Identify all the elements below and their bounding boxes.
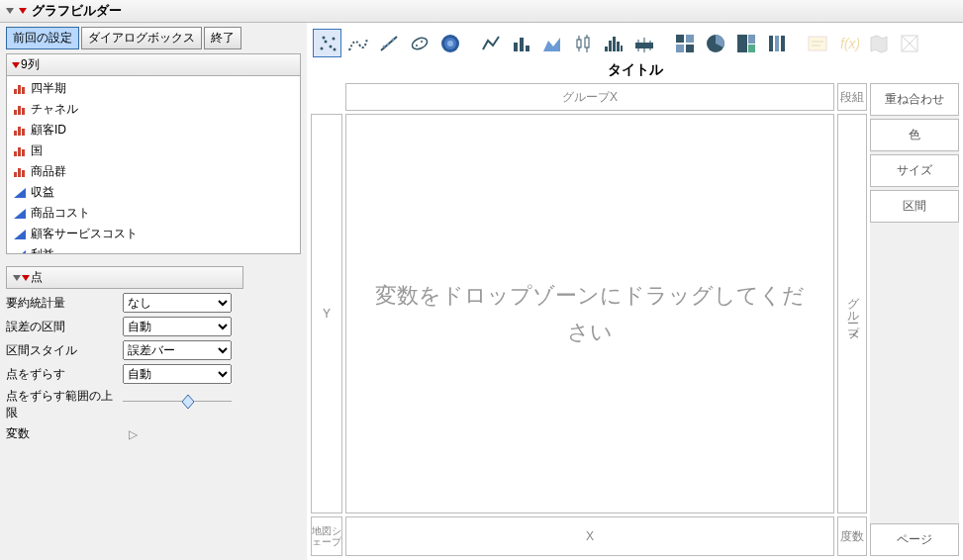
svg-rect-7 [18, 106, 21, 115]
recall-button[interactable]: 前回の設定 [6, 27, 79, 49]
dropzone-groupy[interactable]: グループY [837, 114, 867, 513]
dropdown-icon[interactable] [21, 273, 31, 283]
column-item[interactable]: 商品コスト [7, 203, 300, 224]
svg-rect-62 [686, 35, 694, 43]
svg-rect-68 [748, 45, 755, 52]
dropzone-x[interactable]: X [345, 516, 834, 556]
area-icon[interactable] [537, 29, 566, 57]
contour-icon[interactable] [435, 29, 464, 57]
histogram-icon[interactable] [599, 29, 627, 57]
interval-style-select[interactable]: 誤差バー [123, 340, 232, 360]
jitter-select[interactable]: 自動 [123, 364, 232, 384]
expand-icon[interactable]: ▷ [129, 427, 241, 441]
svg-rect-14 [22, 149, 25, 156]
svg-rect-43 [520, 38, 524, 51]
column-item[interactable]: 国 [7, 140, 300, 161]
mosaic-icon[interactable] [670, 29, 699, 57]
columns-list[interactable]: 四半期チャネル顧客ID国商品群収益商品コスト顧客サービスコスト利益 [6, 76, 301, 254]
column-item[interactable]: 商品群 [7, 161, 300, 182]
props-header[interactable]: 点 [6, 266, 243, 289]
svg-rect-17 [22, 170, 25, 177]
ellipse-icon[interactable] [405, 29, 433, 57]
color-button[interactable]: 色 [870, 119, 959, 151]
heatmap-icon[interactable] [629, 29, 658, 57]
svg-marker-18 [14, 188, 26, 198]
column-item[interactable]: 収益 [7, 182, 300, 203]
columns-header-label: 9列 [21, 56, 40, 73]
dialog-button[interactable]: ダイアログボックス [81, 27, 202, 49]
done-button[interactable]: 終了 [204, 27, 241, 49]
treemap-icon[interactable] [731, 29, 760, 57]
column-label: 顧客サービスコスト [31, 226, 138, 242]
svg-rect-54 [613, 37, 616, 51]
window-title-bar: グラフビルダー [0, 0, 963, 23]
svg-rect-4 [18, 85, 21, 94]
jitter-limit-slider[interactable] [123, 401, 232, 415]
continuous-icon [13, 208, 27, 220]
column-item[interactable]: 利益 [7, 244, 300, 254]
line-icon[interactable] [476, 29, 505, 57]
column-label: 四半期 [31, 80, 66, 97]
line-of-fit-icon[interactable] [374, 29, 403, 57]
disclosure-icon[interactable] [11, 273, 21, 283]
points-icon[interactable] [313, 29, 341, 57]
svg-rect-6 [14, 110, 17, 115]
summary-stat-label: 要約統計量 [6, 295, 123, 312]
overlay-button[interactable]: 重ね合わせ [870, 83, 959, 116]
column-item[interactable]: チャネル [7, 99, 300, 120]
svg-rect-69 [769, 36, 773, 51]
disclosure-icon[interactable] [4, 6, 14, 16]
column-label: 商品コスト [31, 205, 90, 222]
dropdown-icon[interactable] [11, 60, 21, 70]
size-button[interactable]: サイズ [870, 154, 959, 187]
boxplot-icon[interactable] [568, 29, 597, 57]
svg-point-31 [333, 47, 336, 50]
nominal-icon [13, 104, 27, 116]
dropzone-map[interactable]: 地図シェープ [311, 516, 342, 556]
plot-title[interactable]: タイトル [307, 59, 963, 83]
svg-rect-49 [585, 38, 589, 47]
summary-stat-select[interactable]: なし [123, 293, 232, 313]
svg-rect-42 [514, 43, 518, 51]
dropzone-wrap[interactable]: 段組 [837, 83, 867, 111]
dropzone-main[interactable]: 変数をドロップゾーンにドラッグしてください [345, 114, 834, 513]
pie-icon[interactable] [701, 29, 729, 57]
svg-marker-24 [182, 395, 194, 409]
svg-point-37 [416, 45, 418, 47]
svg-point-27 [324, 40, 327, 43]
column-item[interactable]: 顧客ID [7, 120, 300, 140]
dropzone-freq[interactable]: 度数 [837, 516, 867, 556]
interval-button[interactable]: 区間 [870, 190, 959, 223]
column-item[interactable]: 顧客サービスコスト [7, 224, 300, 244]
svg-point-34 [386, 43, 389, 46]
dropzone-y[interactable]: Y [311, 114, 342, 513]
svg-point-33 [382, 45, 385, 47]
svg-rect-64 [686, 45, 694, 52]
svg-rect-44 [526, 46, 530, 51]
page-button[interactable]: ページ [870, 523, 959, 556]
svg-marker-19 [14, 209, 26, 219]
smoother-icon[interactable] [343, 29, 372, 57]
svg-point-38 [421, 41, 423, 43]
svg-text:f(x): f(x) [840, 36, 859, 51]
dropzone-groupx[interactable]: グループX [345, 83, 834, 111]
svg-rect-3 [14, 89, 17, 94]
columns-header[interactable]: 9列 [6, 53, 301, 76]
column-item[interactable]: 四半期 [7, 78, 300, 99]
slider-thumb-icon[interactable] [182, 395, 194, 409]
error-interval-select[interactable]: 自動 [123, 317, 232, 336]
nominal-icon [13, 125, 27, 137]
svg-rect-46 [577, 40, 581, 47]
column-label: 商品群 [31, 163, 66, 180]
svg-rect-5 [22, 87, 25, 94]
svg-rect-13 [18, 147, 21, 156]
svg-rect-63 [676, 45, 684, 52]
svg-marker-21 [14, 250, 26, 255]
parallel-icon[interactable] [762, 29, 791, 57]
svg-point-26 [320, 47, 323, 49]
continuous-icon [13, 229, 27, 240]
bar-icon[interactable] [507, 29, 535, 57]
svg-point-36 [410, 36, 429, 51]
svg-line-32 [381, 37, 397, 50]
dropdown-icon[interactable] [18, 6, 28, 16]
